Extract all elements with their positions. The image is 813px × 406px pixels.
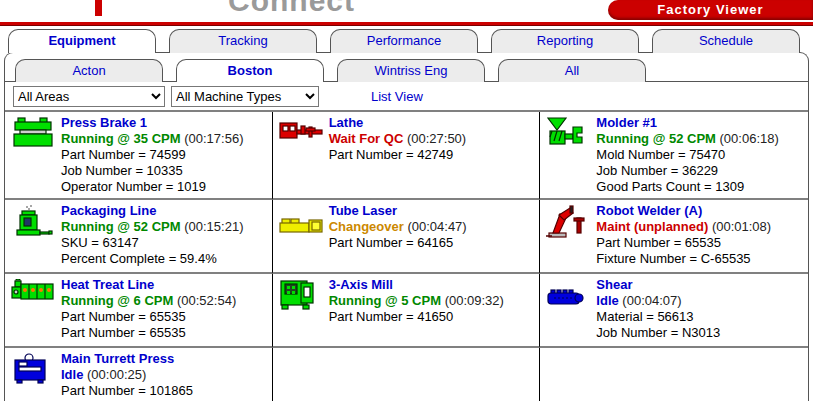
machine-detail: Job Number = 10335 [61,163,268,179]
app-header: Connect Factory Viewer [0,0,813,22]
status-duration: (00:17:56) [184,131,243,146]
machine-detail: Job Number = N3013 [596,325,804,341]
machine-detail: Percent Complete = 59.4% [61,251,268,267]
logo-fragment [95,0,102,16]
shear-icon [546,277,596,346]
machine-detail: Part Number = 65535 [61,309,268,325]
filter-bar: All Areas All Machine Types List View [5,82,808,110]
machine-detail: Part Number = 41650 [329,309,536,325]
machine-detail: Part Number = 74599 [61,147,268,163]
machine-detail: Good Parts Count = 1309 [596,179,804,195]
list-view-link[interactable]: List View [371,89,423,104]
machine-status: Running @ 52 CPM [596,131,716,146]
machine-detail: Fixture Number = C-65535 [596,251,804,267]
empty-cell [540,348,808,401]
machine-status: Running @ 5 CPM [329,293,441,308]
mill-icon [279,277,329,346]
turret-press-icon [11,351,61,401]
status-duration: (00:27:50) [407,131,466,146]
machine-name[interactable]: Shear [596,277,804,293]
machine-status: Running @ 52 CPM [61,219,181,234]
main-tab-bar: Equipment Tracking Performance Reporting… [0,26,813,52]
molder-icon [546,115,596,198]
lathe-icon [279,115,329,198]
status-duration: (00:04:07) [622,293,681,308]
machine-name[interactable]: Molder #1 [596,115,804,131]
machine-card[interactable]: Lathe Wait For QC (00:27:50) Part Number… [273,112,541,200]
machine-detail: Part Number = 65535 [61,325,268,341]
logo-text: Connect [228,0,355,18]
machine-card[interactable]: Shear Idle (00:04:07) Material = 56613 J… [540,274,808,348]
machine-name[interactable]: Heat Treat Line [61,277,268,293]
machine-detail: Part Number = 42749 [329,147,536,163]
machine-detail: Part Number = 64165 [329,235,536,251]
machine-status: Wait For QC [329,131,404,146]
machine-name[interactable]: Lathe [329,115,536,131]
machine-name[interactable]: Main Turrett Press [61,351,268,367]
machine-status: Running @ 6 CPM [61,293,173,308]
machine-card[interactable]: Press Brake 1 Running @ 35 CPM (00:17:56… [5,112,273,200]
machine-detail: Part Number = 101865 [61,383,268,399]
empty-cell [273,348,541,401]
machine-status: Idle [596,293,618,308]
machine-card[interactable]: Main Turrett Press Idle (00:00:25) Part … [5,348,273,401]
machine-card[interactable]: Molder #1 Running @ 52 CPM (00:06:18) Mo… [540,112,808,200]
status-duration: (00:04:47) [407,219,466,234]
machine-status: Maint (unplanned) [596,219,708,234]
tab-reporting[interactable]: Reporting [491,29,639,53]
machine-name[interactable]: Robot Welder (A) [596,203,804,219]
equipment-panel: Acton Boston Wintriss Eng All All Areas … [4,52,809,401]
tab-wintriss-eng[interactable]: Wintriss Eng [337,59,485,82]
machine-status: Idle [61,367,83,382]
machine-card[interactable]: Packaging Line Running @ 52 CPM (00:15:2… [5,200,273,274]
machine-detail: Operator Number = 1019 [61,179,268,195]
tab-equipment[interactable]: Equipment [8,29,156,53]
status-duration: (00:01:08) [712,219,771,234]
tab-acton[interactable]: Acton [15,59,163,82]
heat-treat-icon [11,277,61,346]
machine-name[interactable]: Packaging Line [61,203,268,219]
packaging-line-icon [11,203,61,272]
machine-detail: Part Number = 65535 [596,235,804,251]
machine-detail: Material = 56613 [596,309,804,325]
machine-detail: SKU = 63147 [61,235,268,251]
tab-tracking[interactable]: Tracking [169,29,317,53]
machine-detail: Job Number = 36229 [596,163,804,179]
machine-card[interactable]: Robot Welder (A) Maint (unplanned) (00:0… [540,200,808,274]
tab-all[interactable]: All [498,59,646,82]
machine-detail: Job Number = 10307 [61,399,268,401]
status-duration: (00:52:54) [177,293,236,308]
status-duration: (00:15:21) [184,219,243,234]
location-tab-bar: Acton Boston Wintriss Eng All [5,53,808,82]
machine-grid: Press Brake 1 Running @ 35 CPM (00:17:56… [5,110,808,401]
tab-schedule[interactable]: Schedule [652,29,800,53]
machine-card[interactable]: 3-Axis Mill Running @ 5 CPM (00:09:32) P… [273,274,541,348]
factory-viewer-ribbon: Factory Viewer [608,0,813,20]
machine-name[interactable]: Press Brake 1 [61,115,268,131]
machine-name[interactable]: 3-Axis Mill [329,277,536,293]
status-duration: (00:06:18) [720,131,779,146]
robot-welder-icon [546,203,596,272]
machine-status: Changeover [329,219,404,234]
status-duration: (00:00:25) [87,367,146,382]
tab-performance[interactable]: Performance [330,29,478,53]
machine-name[interactable]: Tube Laser [329,203,536,219]
status-duration: (00:09:32) [445,293,504,308]
machine-detail: Mold Number = 75470 [596,147,804,163]
machine-status: Running @ 35 CPM [61,131,181,146]
tube-laser-icon [279,203,329,272]
machine-card[interactable]: Heat Treat Line Running @ 6 CPM (00:52:5… [5,274,273,348]
machine-type-filter-select[interactable]: All Machine Types [171,86,319,107]
tab-boston[interactable]: Boston [176,59,324,82]
press-brake-icon [11,115,61,198]
area-filter-select[interactable]: All Areas [13,86,165,107]
machine-card[interactable]: Tube Laser Changeover (00:04:47) Part Nu… [273,200,541,274]
